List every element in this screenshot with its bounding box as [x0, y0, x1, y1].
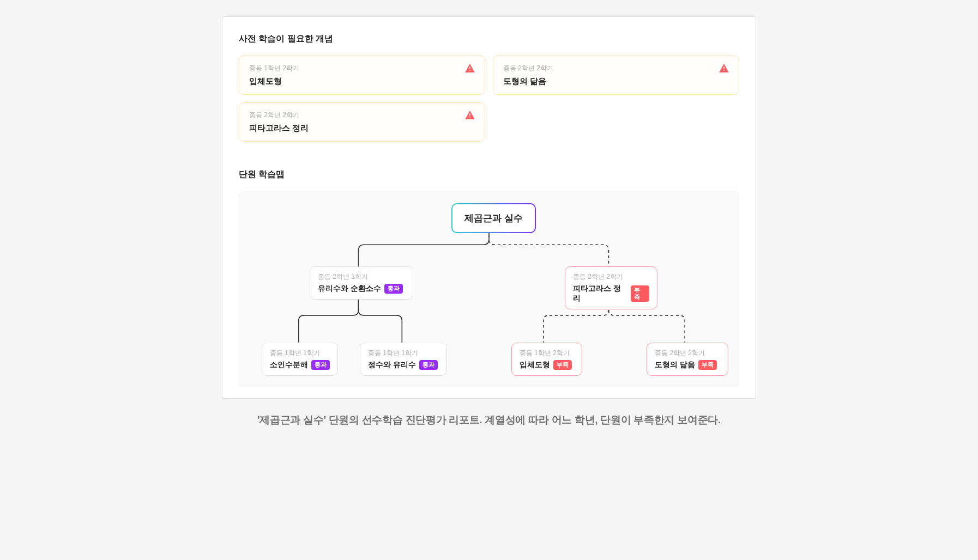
map-node[interactable]: 중등 2학년 2학기 도형의 닮음 부족 [647, 343, 728, 376]
map-node[interactable]: 중등 1학년 1학기 정수와 유리수 통과 [360, 343, 447, 376]
node-grade: 중등 1학년 2학기 [520, 349, 574, 358]
node-grade: 중등 2학년 2학기 [655, 349, 720, 358]
node-title: 입체도형 [520, 360, 550, 370]
node-title: 유리수와 순환소수 [318, 284, 381, 294]
status-badge: 부족 [698, 360, 717, 369]
svg-rect-1 [469, 70, 470, 71]
status-badge: 통과 [384, 284, 403, 293]
status-badge: 부족 [553, 360, 572, 369]
node-grade: 중등 1학년 1학기 [270, 349, 330, 358]
concept-name: 도형의 닮음 [503, 76, 553, 87]
node-title: 도형의 닮음 [655, 360, 695, 370]
prereq-section-title: 사전 학습이 필요한 개념 [239, 33, 739, 45]
map-node[interactable]: 중등 2학년 2학기 피타고라스 정리 부족 [565, 266, 657, 309]
concept-name: 피타고라스 정리 [249, 123, 309, 133]
warning-icon [719, 64, 729, 72]
node-title: 피타고라스 정리 [573, 284, 627, 303]
concept-grade: 중등 1학년 2학기 [249, 64, 299, 73]
map-node[interactable]: 중등 1학년 2학기 입체도형 부족 [511, 343, 582, 376]
prereq-grid: 중등 1학년 2학기 입체도형 중등 2학년 2학기 도형의 닮음 중등 2학년… [239, 56, 739, 142]
concept-card[interactable]: 중등 2학년 2학기 도형의 닮음 [493, 56, 739, 95]
svg-rect-2 [723, 66, 724, 69]
svg-rect-0 [469, 66, 470, 69]
node-grade: 중등 1학년 1학기 [368, 349, 439, 358]
map-node[interactable]: 중등 1학년 1학기 소인수분해 통과 [262, 343, 338, 376]
node-title: 소인수분해 [270, 360, 308, 370]
status-badge: 통과 [311, 360, 330, 369]
concept-name: 입체도형 [249, 76, 299, 87]
warning-icon [465, 64, 475, 72]
status-badge: 통과 [419, 360, 438, 369]
map-root-node[interactable]: 제곱근과 실수 [451, 203, 536, 233]
node-grade: 중등 2학년 2학기 [573, 272, 649, 282]
warning-icon [465, 111, 475, 119]
concept-grade: 중등 2학년 2학기 [503, 64, 553, 73]
report-card: 사전 학습이 필요한 개념 중등 1학년 2학기 입체도형 중등 2학년 2학기… [222, 16, 756, 399]
concept-card[interactable]: 중등 2학년 2학기 피타고라스 정리 [239, 102, 485, 142]
figure-caption: '제곱근과 실수' 단원의 선수학습 진단평가 리포트. 계열성에 따라 어느 … [222, 413, 756, 427]
concept-card[interactable]: 중등 1학년 2학기 입체도형 [239, 56, 485, 95]
map-node[interactable]: 중등 2학년 1학기 유리수와 순환소수 통과 [310, 266, 413, 300]
map-section-title: 단원 학습맵 [239, 169, 739, 180]
svg-rect-4 [469, 113, 470, 116]
node-grade: 중등 2학년 1학기 [318, 272, 405, 282]
svg-rect-3 [723, 70, 724, 71]
status-badge: 부족 [631, 285, 649, 302]
learning-map: 제곱근과 실수 중등 2학년 1학기 유리수와 순환소수 통과 중등 2학년 2… [239, 191, 739, 387]
concept-grade: 중등 2학년 2학기 [249, 111, 309, 120]
node-title: 정수와 유리수 [368, 360, 416, 370]
svg-rect-5 [469, 117, 470, 118]
root-title: 제곱근과 실수 [464, 213, 523, 223]
